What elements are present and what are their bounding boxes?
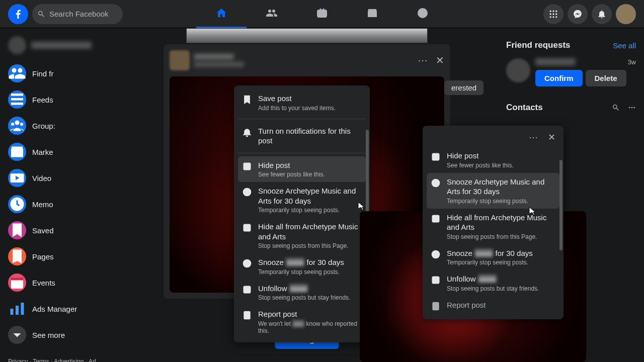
menu-hide-all[interactable]: Hide all from Archetype Music and ArtsSt… xyxy=(238,218,366,253)
svg-rect-12 xyxy=(11,94,23,96)
menu-snooze-person[interactable]: Snooze aaaa for 30 daysTemporarily stop … xyxy=(238,253,366,280)
svg-rect-13 xyxy=(11,98,23,101)
notifications-button[interactable] xyxy=(592,4,612,24)
svg-rect-39 xyxy=(433,302,439,310)
nav-video[interactable] xyxy=(297,0,347,28)
profile-pic xyxy=(8,36,26,54)
menu2-hide-post[interactable]: Hide postSee fewer posts like this. xyxy=(427,147,559,173)
sidebar-item-events[interactable]: Events xyxy=(4,269,112,296)
sidebar-item-ads[interactable]: Ads Manager xyxy=(4,296,112,322)
sidebar-item-label: Find fr xyxy=(32,69,54,78)
menu2-more-icon[interactable]: ⋯ xyxy=(529,132,538,143)
friend-avatar xyxy=(506,58,530,82)
menu-hide-post[interactable]: Hide postSee fewer posts like this. xyxy=(238,156,366,183)
hide-all-icon xyxy=(242,223,252,233)
nav-friends[interactable] xyxy=(247,0,297,28)
menu-notifications[interactable]: Turn on notifications for this post xyxy=(238,122,366,150)
post-close-icon[interactable]: ✕ xyxy=(436,54,444,66)
svg-point-6 xyxy=(550,13,551,15)
friend-request-item[interactable]: 3w Confirm Delete xyxy=(502,54,640,90)
sidebar-item-video[interactable]: Video xyxy=(4,165,112,191)
pages-icon xyxy=(8,247,26,265)
confirm-button[interactable]: Confirm xyxy=(535,70,583,86)
svg-rect-21 xyxy=(11,278,23,281)
post-author-avatar[interactable] xyxy=(170,50,190,70)
messenger-button[interactable] xyxy=(568,4,588,24)
clock-icon xyxy=(242,258,252,268)
post-more-icon[interactable]: ⋯ xyxy=(418,54,428,66)
menu-snooze-page[interactable]: Snooze Archetype Music and Arts for 30 d… xyxy=(238,182,366,218)
sidebar-item-label: Feeds xyxy=(32,96,53,104)
sidebar-item-feeds[interactable]: Feeds xyxy=(4,86,112,113)
friends-icon xyxy=(8,64,26,82)
menu-grid-button[interactable] xyxy=(543,4,564,24)
clock-icon xyxy=(431,178,441,188)
marketplace-icon xyxy=(8,143,26,161)
events-icon xyxy=(8,274,26,292)
profile-name xyxy=(31,42,92,49)
sidebar-item-label: Saved xyxy=(32,226,54,235)
sidebar-item-more[interactable]: See more xyxy=(4,322,112,348)
svg-point-3 xyxy=(550,10,551,12)
post-context-menu: Save postAdd this to your saved items. T… xyxy=(234,85,370,342)
hide-all-icon xyxy=(431,214,441,224)
nav-marketplace[interactable] xyxy=(347,0,397,28)
menu2-hide-all[interactable]: Hide all from Archetype Music and ArtsSt… xyxy=(427,209,559,244)
nav-gaming[interactable] xyxy=(397,0,448,28)
interested-chip[interactable]: erested xyxy=(444,80,484,95)
footer-link[interactable]: Privacy xyxy=(8,358,33,362)
video-icon xyxy=(8,169,26,187)
delete-button[interactable]: Delete xyxy=(586,70,626,86)
hide-icon xyxy=(431,152,441,162)
see-all-link[interactable]: See all xyxy=(613,41,636,50)
clock-icon xyxy=(431,249,441,259)
svg-point-8 xyxy=(555,13,557,15)
svg-point-16 xyxy=(11,123,14,126)
search-icon xyxy=(37,10,45,18)
nav-home[interactable] xyxy=(196,0,247,28)
svg-point-4 xyxy=(552,10,554,12)
sidebar-item-saved[interactable]: Saved xyxy=(4,217,112,243)
menu2-snooze-page[interactable]: Snooze Archetype Music and Arts for 30 d… xyxy=(427,173,559,209)
menu-report[interactable]: Report postWe won't let aaa know who rep… xyxy=(238,305,366,338)
unfollow-icon xyxy=(242,285,252,295)
svg-rect-14 xyxy=(11,103,23,105)
menu-divider xyxy=(238,119,366,119)
search-box[interactable]: Search Facebook xyxy=(32,4,123,24)
scrollbar-thumb[interactable] xyxy=(559,160,562,250)
menu2-unfollow[interactable]: Unfollow aaaaStop seeing posts but stay … xyxy=(427,270,559,296)
footer-link[interactable]: Advertising xyxy=(54,358,89,362)
menu-save-post[interactable]: Save postAdd this to your saved items. xyxy=(238,89,366,116)
sidebar-item-label: Memo xyxy=(32,200,53,209)
profile-avatar[interactable] xyxy=(616,4,636,24)
right-sidebar: Friend requests See all 3w Confirm Delet… xyxy=(498,28,644,125)
footer-links: PrivacyTermsAdvertisingAd Choices ▷Cooki… xyxy=(4,353,112,362)
search-placeholder: Search Facebook xyxy=(49,10,109,18)
facebook-logo[interactable] xyxy=(8,4,28,24)
sidebar-item-friends[interactable]: Find fr xyxy=(4,60,112,86)
sidebar-item-label: Ads Manager xyxy=(32,305,77,313)
stories-strip[interactable] xyxy=(186,28,428,43)
top-bar: Search Facebook xyxy=(0,0,644,28)
footer-link[interactable]: Terms xyxy=(33,358,54,362)
sidebar-item-label: Video xyxy=(32,174,51,183)
menu2-report[interactable]: Report post xyxy=(427,296,559,315)
contacts-title: Contacts xyxy=(506,103,543,113)
post-author-name[interactable] xyxy=(194,54,234,60)
sidebar-item-marketplace[interactable]: Marke xyxy=(4,139,112,165)
unfollow-icon xyxy=(431,275,441,285)
sidebar-item-pages[interactable]: Pages xyxy=(4,243,112,269)
menu-unfollow[interactable]: Unfollow aaaaStop seeing posts but stay … xyxy=(238,280,366,306)
request-time: 3w xyxy=(627,58,636,66)
sidebar-profile[interactable] xyxy=(4,32,112,58)
svg-point-10 xyxy=(552,16,554,18)
menu2-close-icon[interactable]: ✕ xyxy=(548,132,555,143)
memories-icon xyxy=(8,195,26,213)
sidebar-item-groups[interactable]: Group: xyxy=(4,113,112,139)
menu2-snooze-person[interactable]: Snooze aaaa for 30 daysTemporarily stop … xyxy=(427,244,559,270)
sidebar-item-memories[interactable]: Memo xyxy=(4,191,112,217)
svg-point-11 xyxy=(555,16,557,18)
contacts-options-icon[interactable] xyxy=(628,104,636,112)
bell-icon xyxy=(242,127,252,137)
search-contacts-icon[interactable] xyxy=(612,104,620,112)
